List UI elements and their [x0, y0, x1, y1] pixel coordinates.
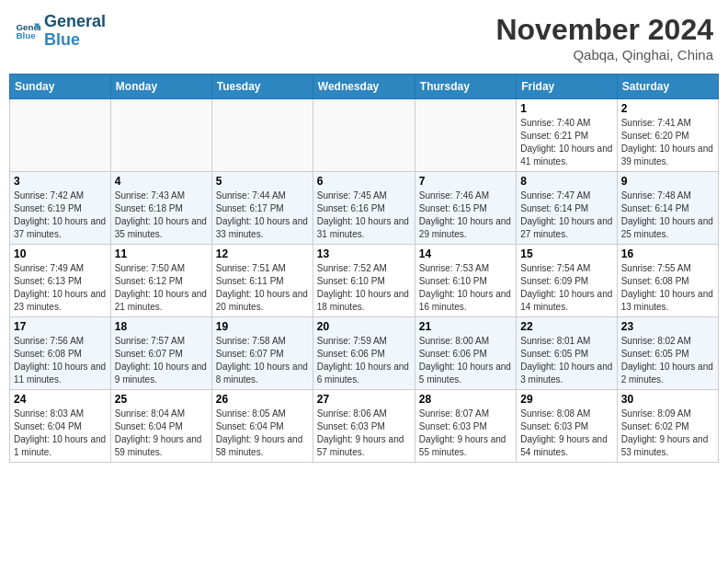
day-number: 7: [419, 175, 512, 188]
day-info: Sunrise: 7:49 AMSunset: 6:13 PMDaylight:…: [14, 262, 107, 314]
weekday-header-wednesday: Wednesday: [313, 75, 415, 99]
day-info: Sunrise: 8:01 AMSunset: 6:05 PMDaylight:…: [520, 335, 612, 386]
calendar-cell: 21Sunrise: 8:00 AMSunset: 6:06 PMDayligh…: [415, 317, 516, 390]
day-number: 8: [520, 175, 612, 188]
calendar-week-row: 1Sunrise: 7:40 AMSunset: 6:21 PMDaylight…: [10, 99, 719, 172]
day-number: 23: [621, 320, 714, 333]
calendar-cell: 27Sunrise: 8:06 AMSunset: 6:03 PMDayligh…: [313, 390, 415, 463]
day-info: Sunrise: 7:43 AMSunset: 6:18 PMDaylight:…: [115, 190, 208, 241]
calendar-cell: 9Sunrise: 7:48 AMSunset: 6:14 PMDaylight…: [617, 172, 718, 245]
day-number: 22: [520, 320, 612, 333]
day-info: Sunrise: 8:06 AMSunset: 6:03 PMDaylight:…: [317, 408, 411, 459]
calendar-cell: 18Sunrise: 7:57 AMSunset: 6:07 PMDayligh…: [110, 317, 211, 390]
day-info: Sunrise: 7:45 AMSunset: 6:16 PMDaylight:…: [317, 190, 411, 241]
calendar-cell: 4Sunrise: 7:43 AMSunset: 6:18 PMDaylight…: [110, 172, 211, 245]
weekday-header-monday: Monday: [110, 75, 211, 99]
logo: General Blue General Blue: [15, 13, 106, 50]
day-info: Sunrise: 7:48 AMSunset: 6:14 PMDaylight:…: [621, 190, 714, 241]
calendar-cell: [211, 99, 313, 172]
day-info: Sunrise: 7:40 AMSunset: 6:21 PMDaylight:…: [520, 117, 612, 168]
day-number: 12: [216, 247, 309, 260]
calendar-cell: 20Sunrise: 7:59 AMSunset: 6:06 PMDayligh…: [313, 317, 415, 390]
calendar-cell: 13Sunrise: 7:52 AMSunset: 6:10 PMDayligh…: [313, 245, 415, 317]
calendar-cell: 15Sunrise: 7:54 AMSunset: 6:09 PMDayligh…: [517, 245, 617, 317]
day-info: Sunrise: 7:52 AMSunset: 6:10 PMDaylight:…: [317, 262, 411, 314]
day-info: Sunrise: 7:51 AMSunset: 6:11 PMDaylight:…: [216, 262, 309, 314]
day-number: 20: [317, 320, 411, 333]
day-number: 25: [115, 393, 208, 406]
day-info: Sunrise: 7:46 AMSunset: 6:15 PMDaylight:…: [419, 190, 512, 241]
day-number: 15: [520, 247, 612, 260]
calendar-cell: 11Sunrise: 7:50 AMSunset: 6:12 PMDayligh…: [110, 245, 211, 317]
day-info: Sunrise: 7:57 AMSunset: 6:07 PMDaylight:…: [115, 335, 208, 386]
calendar-cell: 1Sunrise: 7:40 AMSunset: 6:21 PMDaylight…: [517, 99, 617, 172]
day-info: Sunrise: 8:09 AMSunset: 6:02 PMDaylight:…: [621, 408, 714, 459]
calendar-cell: 29Sunrise: 8:08 AMSunset: 6:03 PMDayligh…: [517, 390, 617, 463]
day-info: Sunrise: 7:50 AMSunset: 6:12 PMDaylight:…: [115, 262, 208, 314]
calendar-cell: 3Sunrise: 7:42 AMSunset: 6:19 PMDaylight…: [10, 172, 111, 245]
day-info: Sunrise: 7:42 AMSunset: 6:19 PMDaylight:…: [14, 190, 107, 241]
calendar-table: SundayMondayTuesdayWednesdayThursdayFrid…: [9, 74, 719, 463]
calendar-cell: 12Sunrise: 7:51 AMSunset: 6:11 PMDayligh…: [211, 245, 313, 317]
calendar-cell: 5Sunrise: 7:44 AMSunset: 6:17 PMDaylight…: [211, 172, 313, 245]
day-number: 17: [14, 320, 107, 333]
day-info: Sunrise: 7:58 AMSunset: 6:07 PMDaylight:…: [216, 335, 309, 386]
calendar-cell: [10, 99, 111, 172]
calendar-cell: [110, 99, 211, 172]
day-info: Sunrise: 7:59 AMSunset: 6:06 PMDaylight:…: [317, 335, 411, 386]
day-number: 5: [216, 175, 309, 188]
day-number: 11: [115, 247, 208, 260]
calendar-cell: 16Sunrise: 7:55 AMSunset: 6:08 PMDayligh…: [617, 245, 718, 317]
calendar-cell: 2Sunrise: 7:41 AMSunset: 6:20 PMDaylight…: [617, 99, 718, 172]
day-info: Sunrise: 7:56 AMSunset: 6:08 PMDaylight:…: [14, 335, 107, 386]
calendar-cell: 7Sunrise: 7:46 AMSunset: 6:15 PMDaylight…: [415, 172, 516, 245]
svg-text:Blue: Blue: [16, 30, 36, 40]
day-number: 3: [14, 175, 107, 188]
weekday-header-friday: Friday: [517, 75, 617, 99]
day-info: Sunrise: 8:07 AMSunset: 6:03 PMDaylight:…: [419, 408, 512, 459]
day-info: Sunrise: 8:08 AMSunset: 6:03 PMDaylight:…: [520, 408, 612, 459]
calendar-cell: 23Sunrise: 8:02 AMSunset: 6:05 PMDayligh…: [617, 317, 718, 390]
calendar-cell: 19Sunrise: 7:58 AMSunset: 6:07 PMDayligh…: [211, 317, 313, 390]
location-title: Qabqa, Qinghai, China: [495, 47, 713, 63]
calendar-cell: 14Sunrise: 7:53 AMSunset: 6:10 PMDayligh…: [415, 245, 516, 317]
day-number: 10: [14, 247, 107, 260]
calendar-cell: [415, 99, 516, 172]
day-number: 21: [419, 320, 512, 333]
day-info: Sunrise: 7:44 AMSunset: 6:17 PMDaylight:…: [216, 190, 309, 241]
day-number: 27: [317, 393, 411, 406]
calendar-cell: [313, 99, 415, 172]
weekday-header-sunday: Sunday: [10, 75, 111, 99]
page-header: General Blue General Blue November 2024 …: [9, 9, 719, 66]
day-number: 28: [419, 393, 512, 406]
day-number: 24: [14, 393, 107, 406]
calendar-cell: 22Sunrise: 8:01 AMSunset: 6:05 PMDayligh…: [517, 317, 617, 390]
day-number: 9: [621, 175, 714, 188]
weekday-header-thursday: Thursday: [415, 75, 516, 99]
calendar-cell: 28Sunrise: 8:07 AMSunset: 6:03 PMDayligh…: [415, 390, 516, 463]
weekday-header-tuesday: Tuesday: [211, 75, 313, 99]
calendar-week-row: 17Sunrise: 7:56 AMSunset: 6:08 PMDayligh…: [10, 317, 719, 390]
day-info: Sunrise: 7:54 AMSunset: 6:09 PMDaylight:…: [520, 262, 612, 314]
day-info: Sunrise: 7:47 AMSunset: 6:14 PMDaylight:…: [520, 190, 612, 241]
calendar-cell: 8Sunrise: 7:47 AMSunset: 6:14 PMDaylight…: [517, 172, 617, 245]
day-info: Sunrise: 8:05 AMSunset: 6:04 PMDaylight:…: [216, 408, 309, 459]
day-number: 16: [621, 247, 714, 260]
calendar-week-row: 10Sunrise: 7:49 AMSunset: 6:13 PMDayligh…: [10, 245, 719, 317]
weekday-header-saturday: Saturday: [617, 75, 718, 99]
calendar-week-row: 24Sunrise: 8:03 AMSunset: 6:04 PMDayligh…: [10, 390, 719, 463]
day-number: 29: [520, 393, 612, 406]
day-number: 2: [621, 102, 714, 115]
day-info: Sunrise: 8:03 AMSunset: 6:04 PMDaylight:…: [14, 408, 107, 459]
day-number: 1: [520, 102, 612, 115]
day-number: 4: [115, 175, 208, 188]
day-number: 13: [317, 247, 411, 260]
calendar-cell: 26Sunrise: 8:05 AMSunset: 6:04 PMDayligh…: [211, 390, 313, 463]
calendar-cell: 30Sunrise: 8:09 AMSunset: 6:02 PMDayligh…: [617, 390, 718, 463]
logo-text: General Blue: [44, 13, 106, 50]
calendar-cell: 17Sunrise: 7:56 AMSunset: 6:08 PMDayligh…: [10, 317, 111, 390]
month-title: November 2024: [495, 13, 713, 47]
calendar-cell: 10Sunrise: 7:49 AMSunset: 6:13 PMDayligh…: [10, 245, 111, 317]
day-info: Sunrise: 8:00 AMSunset: 6:06 PMDaylight:…: [419, 335, 512, 386]
day-info: Sunrise: 7:53 AMSunset: 6:10 PMDaylight:…: [419, 262, 512, 314]
